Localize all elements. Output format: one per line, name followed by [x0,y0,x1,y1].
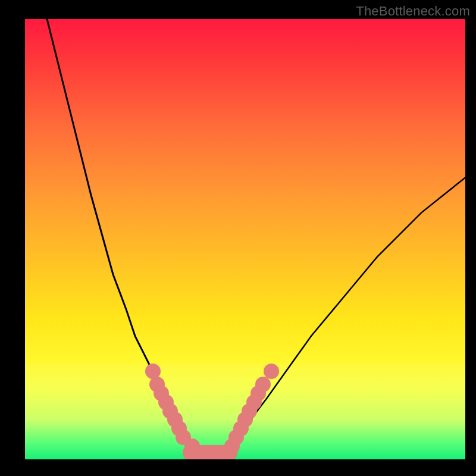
curve-left-branch [47,19,192,450]
plot-area [25,19,465,459]
curve-right-branch [227,177,465,450]
marker-dot [264,364,279,379]
curve-layer [25,19,465,459]
chart-frame: TheBottleneck.com [0,0,476,476]
watermark-text: TheBottleneck.com [356,4,470,19]
marker-dot [255,377,271,392]
